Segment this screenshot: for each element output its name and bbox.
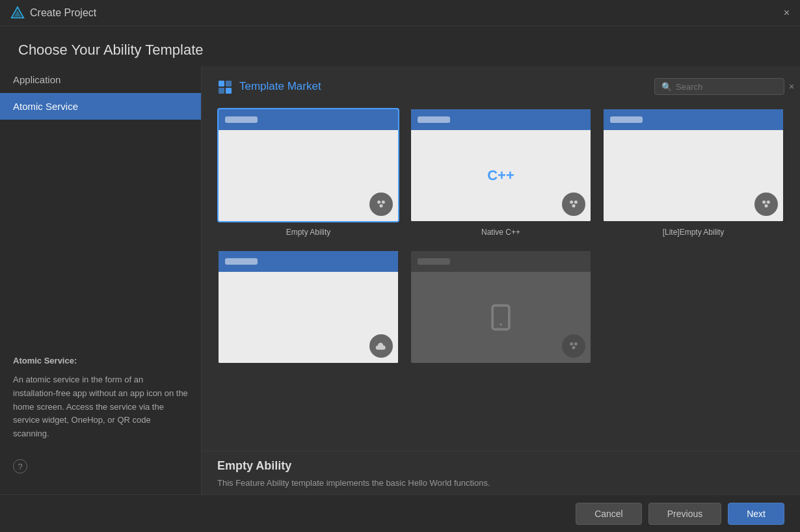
sidebar-items: Application Atomic Service — [0, 66, 201, 344]
svg-point-8 — [380, 204, 383, 207]
svg-point-14 — [765, 204, 768, 207]
title-bar-left: Create Project — [10, 6, 96, 20]
help-icon-area[interactable]: ? — [0, 451, 201, 481]
card-top-bar-cpp — [411, 109, 591, 130]
search-icon: 🔍 — [661, 82, 672, 92]
close-button[interactable]: × — [784, 7, 790, 19]
body-area: Application Atomic Service Atomic Servic… — [0, 66, 800, 494]
card-badge-icon-4 — [369, 334, 393, 358]
card-image-4 — [219, 251, 398, 363]
badge-circles-icon-cpp — [567, 198, 580, 211]
card-badge-icon-cpp — [562, 193, 585, 216]
svg-point-10 — [574, 200, 578, 204]
svg-point-13 — [767, 200, 770, 204]
template-card-native-cpp[interactable]: C++ Native C++ — [410, 108, 592, 239]
description-title: Atomic Service: — [13, 354, 188, 368]
template-card-phone[interactable] — [410, 250, 592, 372]
title-bar-title: Create Project — [30, 7, 96, 19]
phone-icon — [487, 303, 515, 332]
svg-point-17 — [570, 342, 573, 345]
card-top-bar — [219, 109, 398, 130]
template-market-icon — [217, 79, 233, 94]
badge-cloud-icon — [375, 339, 388, 352]
template-card-4[interactable] — [217, 250, 399, 372]
badge-circles-icon-lite — [760, 198, 773, 211]
page-title: Choose Your Ability Template — [18, 42, 782, 59]
footer: Cancel Previous Next — [0, 494, 800, 532]
selected-info: Empty Ability This Feature Ability templ… — [202, 451, 800, 495]
card-label-empty-ability: Empty Ability — [286, 228, 331, 237]
card-top-bar-pill-lite — [610, 116, 643, 123]
description-body: An atomic service in the form of an inst… — [13, 373, 188, 441]
next-button[interactable]: Next — [728, 503, 784, 525]
main-content: Choose Your Ability Template Application… — [0, 26, 800, 532]
svg-point-12 — [762, 200, 766, 204]
template-market-label: Template Market — [239, 80, 321, 93]
svg-rect-4 — [219, 88, 224, 94]
card-image-wrapper-lite-empty — [602, 108, 784, 222]
sidebar-description: Atomic Service: An atomic service in the… — [0, 344, 201, 451]
card-top-bar-pill-phone — [418, 258, 450, 265]
card-top-bar-phone — [411, 251, 591, 272]
card-top-bar-4 — [219, 251, 398, 272]
svg-rect-2 — [219, 81, 224, 86]
selected-template-description: This Feature Ability template implements… — [217, 477, 784, 490]
badge-circles-icon — [375, 198, 388, 211]
svg-point-19 — [572, 346, 576, 349]
svg-rect-15 — [492, 306, 509, 330]
sidebar-item-application[interactable]: Application — [0, 66, 201, 93]
template-market-title: Template Market — [217, 79, 321, 94]
card-image-wrapper-4 — [217, 250, 399, 364]
svg-point-6 — [377, 200, 380, 204]
template-card-empty-ability[interactable]: Empty Ability — [217, 108, 399, 239]
cpp-text-icon: C++ — [487, 167, 514, 184]
title-bar: Create Project × — [0, 0, 800, 26]
svg-point-16 — [500, 323, 502, 326]
templates-grid: Empty Ability C++ — [202, 103, 800, 451]
card-top-bar-pill — [225, 116, 258, 123]
card-image-native-cpp: C++ — [411, 109, 591, 221]
card-image-wrapper-empty-ability — [217, 108, 399, 222]
card-image-empty-ability — [219, 109, 398, 221]
badge-circles-icon-phone — [567, 339, 580, 352]
card-image-lite-empty — [604, 109, 783, 221]
cancel-button[interactable]: Cancel — [576, 503, 642, 525]
svg-point-7 — [382, 200, 385, 204]
card-top-bar-pill-cpp — [418, 116, 450, 123]
card-label-lite-empty: [Lite]Empty Ability — [663, 228, 725, 237]
card-badge-icon — [369, 193, 393, 216]
search-clear-icon[interactable]: × — [789, 81, 794, 92]
search-input[interactable] — [676, 82, 785, 92]
svg-point-9 — [570, 200, 573, 204]
card-top-bar-lite — [604, 109, 783, 130]
selected-template-title: Empty Ability — [217, 459, 784, 473]
card-label-native-cpp: Native C++ — [481, 228, 520, 237]
content-area: Template Market 🔍 × — [202, 66, 800, 494]
card-image-wrapper-phone — [410, 250, 592, 364]
card-top-bar-pill-4 — [225, 258, 258, 265]
help-icon[interactable]: ? — [13, 459, 27, 473]
sidebar: Application Atomic Service Atomic Servic… — [0, 66, 202, 494]
svg-rect-3 — [226, 81, 232, 86]
svg-point-11 — [572, 204, 576, 207]
app-logo-icon — [10, 6, 25, 20]
content-header: Template Market 🔍 × — [202, 66, 800, 103]
template-card-lite-empty[interactable]: [Lite]Empty Ability — [602, 108, 784, 239]
card-image-wrapper-native-cpp: C++ — [410, 108, 592, 222]
page-header: Choose Your Ability Template — [0, 26, 800, 66]
sidebar-item-atomic-service[interactable]: Atomic Service — [0, 93, 201, 120]
previous-button[interactable]: Previous — [648, 503, 721, 525]
svg-rect-5 — [226, 88, 232, 94]
search-box[interactable]: 🔍 × — [654, 78, 784, 95]
card-badge-icon-lite — [754, 193, 778, 216]
card-badge-icon-phone — [562, 334, 585, 358]
card-image-phone — [411, 251, 591, 363]
svg-point-18 — [574, 342, 578, 345]
